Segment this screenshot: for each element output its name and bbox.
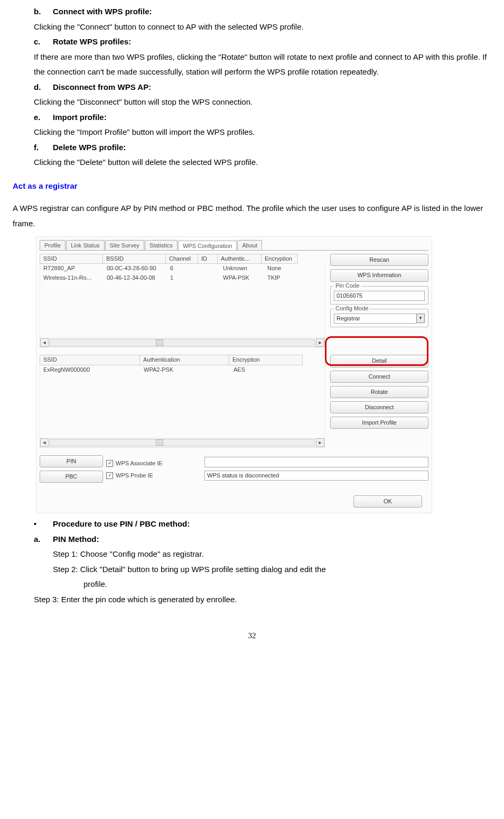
detail-button[interactable]: Detail	[330, 355, 428, 367]
col-enc[interactable]: Encryption	[261, 254, 298, 264]
ap-row[interactable]: RT2880_AP 00-0C-43-28-60-90 6 Unknown No…	[40, 264, 324, 273]
col-ssid[interactable]: SSID	[40, 254, 103, 264]
tab-link-status[interactable]: Link Status	[66, 240, 104, 250]
tab-bar: Profile Link Status Site Survey Statisti…	[36, 237, 432, 250]
pin-button[interactable]: PIN	[40, 455, 103, 467]
profile-list: SSID Authentication Encryption ExRegNW00…	[40, 355, 325, 447]
wps-config-screenshot: Profile Link Status Site Survey Statisti…	[36, 236, 432, 513]
item-c-title: c.Rotate WPS profiles:	[34, 34, 491, 50]
config-mode-select[interactable]: Registrar ▼	[334, 314, 425, 324]
hscroll-2[interactable]: ◄ ►	[40, 438, 325, 448]
item-b-text: Clicking the "Connect" button to connect…	[34, 20, 491, 35]
step-3: Step 3: Enter the pin code which is gene…	[34, 592, 491, 608]
col-channel[interactable]: Channel	[165, 254, 198, 264]
page-number: 32	[13, 628, 491, 643]
ap-row[interactable]: Wireless-11n-Ro... 00-46-12-34-00-08 1 W…	[40, 273, 324, 282]
tab-profile[interactable]: Profile	[40, 240, 66, 250]
checkbox-checked-icon: ✓	[106, 460, 113, 467]
scroll-left-icon[interactable]: ◄	[40, 438, 49, 447]
import-profile-button[interactable]: Import Profile	[330, 417, 428, 429]
rescan-button[interactable]: Rescan	[330, 254, 428, 266]
wps-info-button[interactable]: WPS Information	[330, 269, 428, 281]
pin-method-title: a.PIN Method:	[34, 532, 491, 547]
tab-about[interactable]: About	[237, 240, 262, 250]
pcol-enc[interactable]: Encryption	[229, 355, 303, 365]
chevron-down-icon[interactable]: ▼	[416, 314, 425, 323]
config-mode-group: Config Mode Registrar ▼	[330, 309, 428, 327]
item-d-title: d.Disconnect from WPS AP:	[34, 80, 491, 95]
connect-button[interactable]: Connect	[330, 371, 428, 383]
ap-list: SSID BSSID Channel ID Authentic... Encry…	[40, 254, 325, 347]
progress-field	[204, 457, 428, 467]
procedure-heading: •Procedure to use PIN / PBC method:	[34, 517, 491, 532]
scroll-left-icon[interactable]: ◄	[40, 338, 49, 347]
item-f-title: f.Delete WPS profile:	[34, 140, 491, 155]
pcol-auth[interactable]: Authentication	[139, 355, 229, 365]
registrar-heading: Act as a registrar	[13, 179, 491, 194]
scroll-right-icon[interactable]: ►	[316, 338, 324, 347]
item-b-title: b.Connect with WPS profile:	[34, 4, 491, 20]
item-e-title: e.Import profile:	[34, 110, 491, 125]
wps-probe-ie-checkbox[interactable]: ✓WPS Probe IE	[106, 472, 201, 479]
col-auth[interactable]: Authentic...	[217, 254, 262, 264]
profile-row[interactable]: ExRegNW000000 WPA2-PSK AES	[40, 365, 324, 374]
item-d-text: Clicking the "Disconnect" button will st…	[34, 95, 491, 110]
col-id[interactable]: ID	[198, 254, 218, 264]
step-1: Step 1: Choose "Config mode" as registra…	[53, 547, 491, 562]
pin-code-input[interactable]: 01056075	[334, 291, 425, 301]
disconnect-button[interactable]: Disconnect	[330, 401, 428, 413]
tab-site-survey[interactable]: Site Survey	[105, 240, 144, 250]
step-2-line1: Step 2: Click "Detail" button to bring u…	[53, 562, 491, 577]
tab-statistics[interactable]: Statistics	[145, 240, 178, 250]
wps-status-field: WPS status is disconnected	[204, 471, 428, 481]
ok-button[interactable]: OK	[353, 495, 422, 508]
pin-code-group: Pin Code 01056075	[330, 286, 428, 305]
scroll-right-icon[interactable]: ►	[316, 438, 324, 447]
item-c-text: If there are more than two WPS profiles,…	[34, 50, 491, 80]
pcol-ssid[interactable]: SSID	[40, 355, 140, 365]
hscroll[interactable]: ◄ ►	[40, 338, 325, 347]
col-bssid[interactable]: BSSID	[102, 254, 166, 264]
tab-wps-configuration[interactable]: WPS Configuration	[178, 241, 237, 251]
rotate-button[interactable]: Rotate	[330, 386, 428, 398]
wps-associate-ie-checkbox[interactable]: ✓WPS Associate IE	[106, 460, 201, 467]
registrar-intro: A WPS registrar can configure AP by PIN …	[13, 201, 491, 231]
pbc-button[interactable]: PBC	[40, 471, 103, 483]
item-f-text: Clicking the "Delete" button will delete…	[34, 155, 491, 170]
step-2-line2: profile.	[83, 577, 491, 592]
item-e-text: Clicking the "Import Profile" button wil…	[34, 125, 491, 140]
checkbox-checked-icon: ✓	[106, 472, 113, 479]
